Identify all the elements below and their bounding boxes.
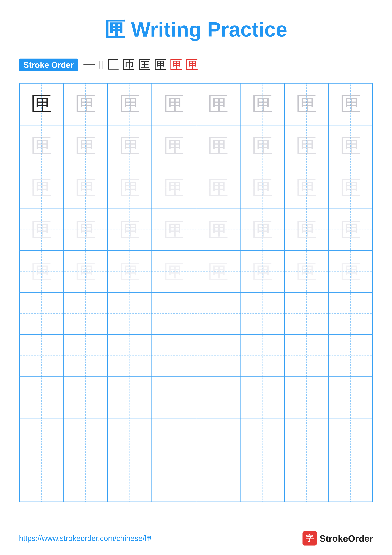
grid-cell[interactable] (240, 418, 284, 460)
grid-cell[interactable]: 匣 (64, 125, 107, 167)
stroke-order-row: Stroke Order 一 𠃍 匚 匝 匡 匣 匣 匣 (19, 56, 373, 73)
grid-cell[interactable]: 匣 (152, 125, 196, 167)
grid-cell[interactable]: 匣 (284, 83, 328, 125)
grid-cell[interactable]: 匣 (19, 209, 64, 251)
grid-cell[interactable] (328, 292, 373, 335)
grid-cell[interactable]: 匣 (240, 209, 284, 251)
grid-cell[interactable]: 匣 (64, 167, 107, 209)
grid-cell[interactable] (196, 376, 240, 418)
grid-cell[interactable]: 匣 (240, 125, 284, 167)
grid-cell[interactable] (108, 418, 152, 460)
grid-cell[interactable] (64, 376, 107, 418)
grid-cell[interactable] (284, 376, 328, 418)
grid-cell[interactable]: 匣 (328, 251, 373, 292)
grid-cell[interactable] (19, 376, 64, 418)
grid-cell[interactable]: 匣 (108, 209, 152, 251)
grid-cell[interactable]: 匣 (328, 83, 373, 125)
grid-cell[interactable]: 匣 (19, 167, 64, 209)
grid-cell[interactable] (328, 460, 373, 502)
grid-cell[interactable] (240, 460, 284, 502)
grid-cell[interactable]: 匣 (64, 209, 107, 251)
grid-cell[interactable] (284, 460, 328, 502)
grid-cell[interactable]: 匣 (64, 251, 107, 292)
grid-cell[interactable]: 匣 (196, 209, 240, 251)
footer-logo: 字 StrokeOrder (302, 531, 373, 546)
grid-cell[interactable] (64, 460, 107, 502)
grid-cell[interactable]: 匣 (284, 125, 328, 167)
grid-cell[interactable]: 匣 (108, 167, 152, 209)
grid-cell[interactable]: 匣 (152, 83, 196, 125)
grid-cell[interactable] (196, 335, 240, 376)
page: 匣 Writing Practice Stroke Order 一 𠃍 匚 匝 … (0, 0, 392, 555)
grid-cell[interactable]: 匣 (196, 167, 240, 209)
grid-cell[interactable] (108, 335, 152, 376)
grid-cell[interactable] (240, 292, 284, 335)
grid-cell[interactable]: 匣 (284, 167, 328, 209)
grid-cell[interactable] (196, 292, 240, 335)
grid-cell[interactable] (196, 418, 240, 460)
grid-cell[interactable]: 匣 (284, 209, 328, 251)
grid-cell[interactable] (328, 376, 373, 418)
grid-cell[interactable] (108, 460, 152, 502)
grid-cell[interactable] (328, 335, 373, 376)
grid-cell[interactable]: 匣 (152, 167, 196, 209)
grid-cell[interactable] (152, 335, 196, 376)
practice-grid: 匣 匣 匣 匣 匣 匣 匣 匣 匣 匣 匣 (19, 83, 373, 502)
grid-cell[interactable] (108, 292, 152, 335)
grid-cell[interactable] (240, 376, 284, 418)
grid-cell[interactable] (64, 335, 107, 376)
grid-cell[interactable] (284, 335, 328, 376)
grid-cell[interactable] (19, 335, 64, 376)
grid-cell[interactable] (196, 460, 240, 502)
grid-cell[interactable]: 匣 (19, 251, 64, 292)
grid-cell[interactable]: 匣 (240, 167, 284, 209)
grid-cell[interactable] (240, 335, 284, 376)
page-title: 匣 Writing Practice (19, 16, 373, 44)
footer-url: https://www.strokeorder.com/chinese/匣 (19, 533, 152, 543)
grid-cell[interactable]: 匣 (108, 125, 152, 167)
grid-cell[interactable]: 匣 (284, 251, 328, 292)
footer-logo-icon: 字 (302, 531, 317, 546)
footer-logo-text: StrokeOrder (320, 533, 373, 544)
grid-cell[interactable] (19, 460, 64, 502)
grid-cell[interactable]: 匣 (196, 83, 240, 125)
grid-cell[interactable] (284, 292, 328, 335)
footer: https://www.strokeorder.com/chinese/匣 字 … (19, 531, 373, 546)
grid-cell[interactable] (64, 418, 107, 460)
grid-cell[interactable]: 匣 (196, 251, 240, 292)
grid-cell[interactable]: 匣 (240, 251, 284, 292)
grid-cell[interactable]: 匣 (108, 83, 152, 125)
grid-cell[interactable]: 匣 (19, 125, 64, 167)
grid-cell[interactable]: 匣 (152, 209, 196, 251)
grid-cell[interactable] (152, 292, 196, 335)
stroke-order-badge: Stroke Order (19, 58, 78, 71)
grid-cell[interactable]: 匣 (19, 83, 64, 125)
grid-cell[interactable] (152, 418, 196, 460)
grid-cell[interactable]: 匣 (328, 125, 373, 167)
grid-cell[interactable] (19, 292, 64, 335)
grid-cell[interactable] (152, 460, 196, 502)
grid-cell[interactable]: 匣 (240, 83, 284, 125)
grid-cell[interactable] (64, 292, 107, 335)
grid-cell[interactable] (284, 418, 328, 460)
grid-cell[interactable]: 匣 (196, 125, 240, 167)
stroke-order-chars: 一 𠃍 匚 匝 匡 匣 匣 匣 (83, 56, 198, 73)
grid-cell[interactable]: 匣 (328, 167, 373, 209)
grid-cell[interactable] (108, 376, 152, 418)
grid-cell[interactable]: 匣 (152, 251, 196, 292)
grid-cell[interactable] (152, 376, 196, 418)
grid-cell[interactable] (328, 418, 373, 460)
grid-cell[interactable]: 匣 (108, 251, 152, 292)
grid-cell[interactable]: 匣 (64, 83, 107, 125)
grid-cell[interactable]: 匣 (328, 209, 373, 251)
grid-cell[interactable] (19, 418, 64, 460)
